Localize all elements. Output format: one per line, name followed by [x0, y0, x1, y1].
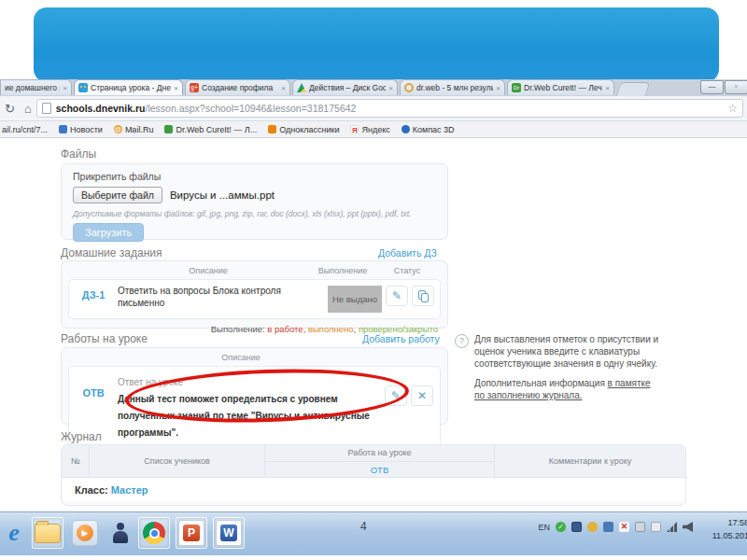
- tab-lesson-page[interactable]: Страница урока - Дневн... ×: [74, 79, 183, 95]
- journal-panel: № Список учеников Работа на уроке ОТВ Ко…: [61, 444, 686, 506]
- taskbar-media-player-button[interactable]: ▶: [69, 517, 101, 549]
- tab-close-icon[interactable]: ×: [281, 84, 286, 92]
- browser-tab-strip: ие домашнего за... × Страница урока - Дн…: [0, 79, 747, 96]
- taskbar-pinned-app-button[interactable]: [105, 517, 136, 549]
- media-player-icon: ▶: [72, 520, 98, 546]
- taskbar-explorer-button[interactable]: [32, 517, 63, 549]
- edit-homework-button[interactable]: ✎: [386, 286, 408, 306]
- tab-close-icon[interactable]: ×: [496, 84, 500, 92]
- taskbar-word-button[interactable]: W: [213, 517, 245, 549]
- col-work-sub[interactable]: ОТВ: [265, 462, 494, 478]
- mailru-icon: @: [114, 125, 122, 133]
- taskbar-ie-button[interactable]: e: [0, 517, 30, 549]
- bookmark-mailru[interactable]: @Mail.Ru: [114, 125, 154, 134]
- tab-homework[interactable]: ие домашнего за... ×: [0, 79, 72, 95]
- url-text: schools.dnevnik.ru/lesson.aspx?school=10…: [56, 103, 723, 114]
- tab-profile-creation[interactable]: g+ Создание профила ×: [185, 79, 290, 95]
- bookmark-news[interactable]: Новости: [59, 125, 103, 134]
- tab-label: Действия – Диск Google: [309, 83, 386, 92]
- tab-drweb-search[interactable]: dr.web - 5 млн результат ×: [400, 79, 505, 95]
- bookmark-kompas[interactable]: Компас 3D: [402, 125, 455, 134]
- homework-description: Ответить на вопросы Блока контроля письм…: [118, 286, 299, 309]
- display-icon[interactable]: [571, 522, 582, 532]
- powerpoint-icon: P: [178, 520, 204, 546]
- kompas-icon: [402, 125, 410, 133]
- key-icon[interactable]: [587, 522, 598, 532]
- bookmark-odnoklassniki[interactable]: Одноклассники: [268, 125, 339, 134]
- new-tab-button[interactable]: [616, 82, 651, 96]
- bookmark-label: ail.ru/cnt/7...: [2, 125, 48, 134]
- tab-close-icon[interactable]: ×: [605, 84, 610, 92]
- add-classwork-link[interactable]: Добавить работу: [362, 333, 440, 344]
- classwork-section-title: Работы на уроке: [61, 332, 148, 345]
- col-number: №: [62, 445, 90, 477]
- attached-filename: Вирусы и ...аммы.ppt: [170, 189, 275, 201]
- edit-classwork-button[interactable]: ✎: [385, 385, 407, 406]
- minimize-button[interactable]: —: [700, 80, 724, 94]
- internet-explorer-icon: e: [8, 519, 20, 547]
- taskbar-powerpoint-button[interactable]: P: [176, 517, 207, 549]
- col-students: Список учеников: [90, 445, 265, 477]
- page-icon: [42, 103, 51, 114]
- add-homework-link[interactable]: Добавить ДЗ: [378, 247, 437, 259]
- network-icon[interactable]: [667, 522, 677, 532]
- address-bar[interactable]: schools.dnevnik.ru/lesson.aspx?school=10…: [36, 99, 743, 118]
- attach-files-label: Прикрепить файлы: [73, 171, 447, 182]
- tab-close-icon[interactable]: ×: [63, 84, 67, 92]
- language-indicator[interactable]: EN: [538, 523, 550, 532]
- maximize-button[interactable]: ▫: [725, 80, 747, 94]
- dnevnik-favicon-icon: [78, 83, 88, 92]
- col-completion: Выполнение: [306, 266, 379, 275]
- action-center-flag-icon[interactable]: ✕: [619, 522, 629, 532]
- homework-panel: Описание Выполнение Статус ДЗ-1 Ответить…: [61, 260, 448, 329]
- choose-file-button[interactable]: Выберите файл: [73, 187, 162, 203]
- reload-icon[interactable]: ↻: [5, 103, 15, 115]
- drive-favicon-icon: [297, 83, 306, 92]
- volume-icon[interactable]: [683, 522, 693, 532]
- bookmark-label: Mail.Ru: [125, 125, 154, 134]
- antivirus-icon[interactable]: ✓: [556, 522, 566, 532]
- copy-homework-button[interactable]: [412, 286, 434, 306]
- classwork-type: Ответ на уроке: [118, 377, 183, 387]
- person-app-icon: [111, 522, 130, 544]
- help-question-icon: ?: [455, 334, 469, 348]
- class-name-link[interactable]: Мастер: [111, 484, 148, 496]
- allowed-formats-text: Допустимые форматы файлов: gif, jpg, png…: [73, 209, 447, 218]
- clipboard-icon[interactable]: [651, 522, 661, 532]
- bookmark-mailru-link[interactable]: ail.ru/cnt/7...: [2, 125, 48, 134]
- search-favicon-icon: [404, 83, 414, 92]
- bookmark-label: Компас 3D: [413, 125, 455, 134]
- upload-button[interactable]: Загрузить: [73, 223, 144, 242]
- tab-close-icon[interactable]: ×: [174, 84, 178, 92]
- tab-google-drive[interactable]: Действия – Диск Google ×: [292, 79, 398, 95]
- class-label: Класс:: [75, 484, 108, 496]
- tab-label: Создание профила: [202, 83, 278, 92]
- odnoklassniki-icon: [268, 125, 276, 133]
- url-host: schools.dnevnik.ru: [56, 103, 146, 114]
- bookmark-label: Новости: [70, 125, 103, 134]
- taskbar-chrome-button[interactable]: [138, 517, 170, 549]
- browser-toolbar: ↻ ⌂ schools.dnevnik.ru/lesson.aspx?schoo…: [0, 96, 747, 121]
- classwork-panel: Описание ОТВ Ответ на уроке Данный тест …: [61, 347, 448, 425]
- tray-time: 17:58: [700, 517, 747, 530]
- photo-icon[interactable]: [603, 522, 613, 532]
- bookmark-drweb[interactable]: Dr.Web CureIt! — Л...: [164, 125, 257, 134]
- slide-header-banner: [34, 7, 719, 82]
- status-badge: Не выдано: [328, 286, 382, 313]
- drweb-favicon-icon: Dr: [512, 83, 521, 92]
- col-description: Описание: [110, 266, 306, 275]
- bookmark-star-icon[interactable]: ☆: [727, 102, 738, 115]
- files-panel: Прикрепить файлы Выберите файл Вирусы и …: [61, 163, 448, 240]
- tray-clock[interactable]: 17:58 11.05.201: [700, 517, 747, 542]
- tab-close-icon[interactable]: ×: [388, 84, 393, 92]
- bookmark-yandex[interactable]: ЯЯндекс: [350, 125, 389, 134]
- help-text-block: Для выставления отметок о присутствии и …: [474, 333, 659, 409]
- bookmarks-bar: ail.ru/cnt/7... Новости @Mail.Ru Dr.Web …: [0, 121, 747, 138]
- home-icon[interactable]: ⌂: [24, 103, 32, 115]
- tab-drweb-cureit[interactable]: Dr Dr.Web CureIt! — Лечащ... ×: [507, 79, 614, 95]
- delete-classwork-button[interactable]: ✕: [411, 385, 433, 406]
- gplus-favicon-icon: g+: [190, 83, 199, 92]
- window-tray-icon[interactable]: [635, 522, 645, 532]
- yandex-icon: Я: [350, 125, 359, 133]
- classwork-code: ОТВ: [69, 372, 118, 399]
